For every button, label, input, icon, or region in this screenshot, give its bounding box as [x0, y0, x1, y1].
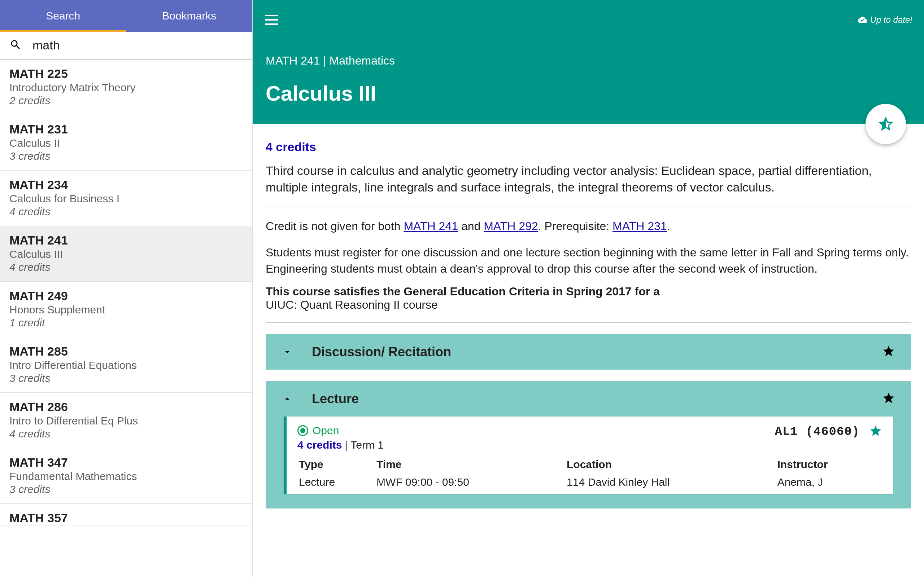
result-title: Calculus II — [10, 137, 243, 149]
result-credits: 3 credits — [10, 372, 243, 384]
offering-table: Type Time Location Instructor Lecture MW… — [297, 456, 882, 488]
result-code: MATH 231 — [10, 122, 243, 136]
status-open-icon — [297, 425, 308, 436]
gened-line: UIUC: Quant Reasoning II course — [266, 298, 911, 311]
result-code: MATH 347 — [10, 456, 243, 469]
bookmark-fab[interactable] — [866, 104, 906, 144]
result-code: MATH 234 — [10, 178, 243, 192]
list-item[interactable]: MATH 225Introductory Matrix Theory2 cred… — [0, 60, 252, 115]
registration-note: Students must register for one discussio… — [266, 245, 911, 277]
result-code: MATH 241 — [10, 233, 243, 247]
cell-location: 114 David Kinley Hall — [565, 473, 775, 488]
topbar: Up to date! MATH 241 | Mathematics Calcu… — [253, 0, 924, 124]
menu-icon[interactable] — [264, 13, 279, 27]
link-math-292[interactable]: MATH 292 — [484, 220, 538, 233]
result-title: Honors Supplement — [10, 304, 243, 316]
section-discussion: Discussion/ Recitation — [266, 334, 911, 370]
list-item[interactable]: MATH 234Calculus for Business I4 credits — [0, 171, 252, 226]
section-lecture-body: Open 4 credits | Term 1 AL1 (46060) — [266, 416, 911, 508]
cloud-done-icon — [858, 15, 867, 24]
text: Credit is not given for both — [266, 220, 404, 233]
sync-status: Up to date! — [858, 15, 913, 25]
search-results[interactable]: MATH 225Introductory Matrix Theory2 cred… — [0, 60, 252, 577]
star-icon[interactable] — [882, 392, 897, 406]
table-row: Lecture MWF 09:00 - 09:50 114 David Kinl… — [297, 473, 882, 488]
offering-meta: 4 credits | Term 1 — [297, 439, 384, 451]
list-item[interactable]: MATH 286Intro to Differential Eq Plus4 c… — [0, 393, 252, 448]
main: Up to date! MATH 241 | Mathematics Calcu… — [253, 0, 924, 577]
tab-bookmarks[interactable]: Bookmarks — [126, 0, 253, 32]
result-code: MATH 249 — [10, 289, 243, 303]
star-half-icon — [877, 115, 895, 133]
col-location: Location — [565, 456, 775, 473]
section-lecture: Lecture Open 4 credits — [266, 381, 911, 508]
result-code: MATH 286 — [10, 400, 243, 414]
result-credits: 4 credits — [10, 206, 243, 218]
offering-credits: 4 credits — [297, 439, 342, 451]
gened-info: This course satisfies the General Educat… — [266, 285, 911, 311]
divider — [266, 206, 911, 207]
list-item[interactable]: MATH 231Calculus II3 credits — [0, 115, 252, 171]
search-row — [0, 32, 252, 60]
star-icon[interactable] — [882, 345, 897, 359]
result-credits: 1 credit — [10, 317, 243, 329]
offering-crn: AL1 (46060) — [775, 425, 860, 438]
sync-status-label: Up to date! — [870, 15, 913, 25]
breadcrumb: MATH 241 | Mathematics — [253, 40, 924, 70]
star-filled-icon[interactable] — [869, 424, 882, 439]
chevron-up-icon — [280, 392, 294, 406]
result-title: Introductory Matrix Theory — [10, 82, 243, 94]
result-title: Intro to Differential Eq Plus — [10, 415, 243, 427]
list-item[interactable]: MATH 241Calculus III4 credits — [0, 226, 252, 282]
result-title: Calculus for Business I — [10, 193, 243, 205]
list-item[interactable]: MATH 285Intro Differential Equations3 cr… — [0, 337, 252, 393]
result-credits: 4 credits — [10, 261, 243, 273]
text: and — [458, 220, 484, 233]
col-type: Type — [297, 456, 375, 473]
prerequisite-text: Credit is not given for both MATH 241 an… — [266, 218, 911, 234]
section-discussion-header[interactable]: Discussion/ Recitation — [266, 334, 911, 370]
course-detail: 4 credits Third course in calculus and a… — [253, 124, 924, 523]
divider — [266, 322, 911, 323]
status-label: Open — [313, 424, 339, 437]
offering-card[interactable]: Open 4 credits | Term 1 AL1 (46060) — [284, 416, 893, 494]
text: . — [667, 220, 670, 233]
result-code: MATH 285 — [10, 344, 243, 358]
status-row: Open — [297, 424, 384, 437]
result-credits: 3 credits — [10, 483, 243, 495]
breadcrumb-text: MATH 241 | Mathematics — [266, 54, 911, 68]
chevron-down-icon — [280, 345, 294, 359]
search-icon — [10, 39, 22, 52]
result-code: MATH 225 — [10, 67, 243, 81]
course-description: Third course in calculus and analytic ge… — [266, 163, 911, 196]
offering-term: Term 1 — [351, 439, 384, 451]
search-input[interactable] — [32, 38, 243, 52]
list-item[interactable]: MATH 249Honors Supplement1 credit — [0, 282, 252, 337]
page-title: Calculus III — [253, 70, 924, 121]
sidebar: Search Bookmarks MATH 225Introductory Ma… — [0, 0, 253, 577]
text: . Prerequisite: — [538, 220, 612, 233]
gened-heading: This course satisfies the General Educat… — [266, 285, 911, 298]
cell-time: MWF 09:00 - 09:50 — [375, 473, 565, 488]
list-item[interactable]: MATH 347Fundamental Mathematics3 credits — [0, 448, 252, 504]
result-credits: 3 credits — [10, 150, 243, 162]
col-time: Time — [375, 456, 565, 473]
section-lecture-header[interactable]: Lecture — [266, 381, 911, 416]
col-instructor: Instructor — [775, 456, 882, 473]
result-credits: 4 credits — [10, 428, 243, 440]
sidebar-tabs: Search Bookmarks — [0, 0, 252, 32]
section-title: Discussion/ Recitation — [312, 344, 882, 359]
link-math-231[interactable]: MATH 231 — [612, 220, 667, 233]
cell-type: Lecture — [297, 473, 375, 488]
list-item[interactable]: MATH 357 — [0, 504, 252, 525]
link-math-241[interactable]: MATH 241 — [404, 220, 458, 233]
result-title: Fundamental Mathematics — [10, 470, 243, 482]
result-title: Intro Differential Equations — [10, 359, 243, 371]
result-title: Calculus III — [10, 248, 243, 260]
result-credits: 2 credits — [10, 95, 243, 107]
tab-search[interactable]: Search — [0, 0, 126, 32]
section-title: Lecture — [312, 391, 882, 406]
cell-instructor: Anema, J — [775, 473, 882, 488]
credits-label[interactable]: 4 credits — [266, 140, 911, 154]
result-code: MATH 357 — [10, 511, 243, 525]
